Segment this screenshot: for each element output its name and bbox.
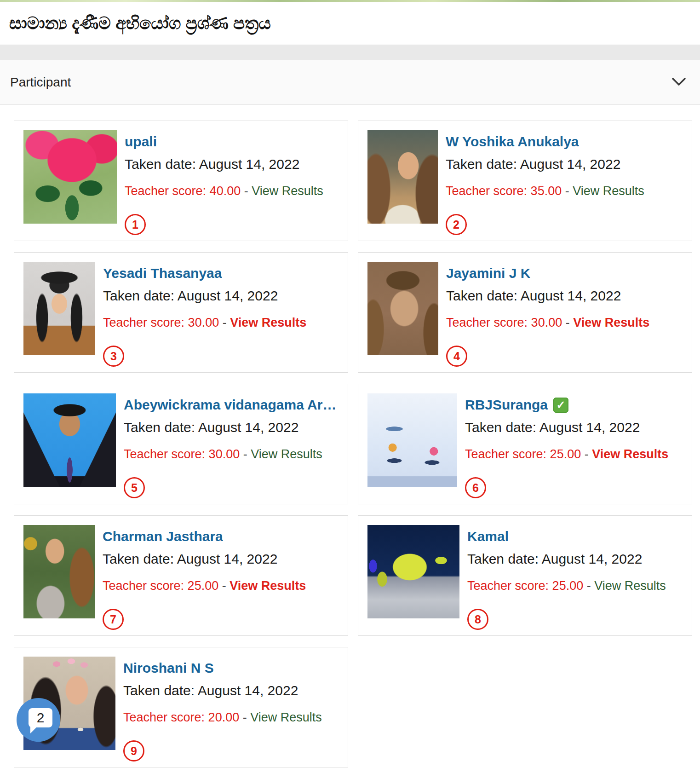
chat-unread-count: 2 bbox=[37, 710, 45, 726]
participant-name-row: upali bbox=[125, 133, 339, 150]
score-separator: - bbox=[223, 316, 227, 329]
view-results-link[interactable]: View Results bbox=[594, 579, 666, 593]
participant-name-link[interactable]: Yesadi Thasanyaa bbox=[103, 265, 222, 282]
teacher-score-value: 25.00 bbox=[552, 579, 584, 593]
teacher-score: Teacher score: 30.00 bbox=[124, 447, 240, 461]
score-separator: - bbox=[244, 184, 248, 198]
number-annotation: 9 bbox=[123, 740, 144, 761]
view-results-link[interactable]: View Results bbox=[230, 579, 306, 593]
score-separator: - bbox=[566, 316, 570, 329]
number-annotation: 6 bbox=[465, 477, 486, 498]
participant-card: Kamal Taken date: August 14, 2022 Teache… bbox=[358, 515, 692, 636]
taken-date-value: August 14, 2022 bbox=[520, 156, 621, 172]
view-results-link[interactable]: View Results bbox=[252, 184, 323, 198]
taken-date-value: August 14, 2022 bbox=[542, 551, 643, 566]
teacher-score-value: 20.00 bbox=[208, 710, 240, 724]
teacher-score-label: Teacher score: bbox=[103, 579, 184, 593]
teacher-score-value: 40.00 bbox=[210, 184, 241, 198]
teacher-score-line: Teacher score: 20.00 - View Results bbox=[123, 710, 339, 725]
taken-date-label: Taken date: bbox=[125, 156, 196, 172]
teacher-score-value: 30.00 bbox=[531, 316, 562, 329]
teacher-score-label: Teacher score: bbox=[125, 184, 206, 198]
teacher-score-label: Teacher score: bbox=[465, 447, 546, 461]
participant-photo[interactable] bbox=[23, 262, 95, 355]
participant-card: Niroshani N S Taken date: August 14, 202… bbox=[14, 647, 348, 767]
teacher-score-line: Teacher score: 25.00 - View Results bbox=[467, 579, 683, 593]
teacher-score-value: 25.00 bbox=[188, 579, 219, 593]
taken-date-label: Taken date: bbox=[465, 420, 536, 435]
participant-photo[interactable] bbox=[23, 393, 116, 487]
participant-info: RBJSuranga ✓ Taken date: August 14, 2022… bbox=[465, 393, 683, 498]
number-annotation: 3 bbox=[103, 346, 124, 367]
participant-info: upali Taken date: August 14, 2022 Teache… bbox=[125, 130, 339, 235]
participant-photo[interactable] bbox=[367, 130, 438, 224]
view-results-link[interactable]: View Results bbox=[250, 710, 322, 724]
teacher-score-value: 30.00 bbox=[209, 447, 240, 461]
score-separator: - bbox=[587, 579, 591, 593]
taken-date: Taken date: August 14, 2022 bbox=[446, 288, 683, 304]
participant-name-row: Charman Jasthara bbox=[103, 528, 339, 545]
participant-info: Niroshani N S Taken date: August 14, 202… bbox=[123, 657, 339, 761]
view-results-link[interactable]: View Results bbox=[251, 447, 322, 461]
number-annotation: 8 bbox=[467, 609, 488, 630]
participant-name-link[interactable]: Jayamini J K bbox=[446, 265, 530, 282]
number-annotation: 7 bbox=[103, 609, 124, 630]
participant-name-link[interactable]: RBJSuranga bbox=[465, 397, 548, 413]
participant-card: Abeywickrama vidanagama Arachchige Dona … bbox=[14, 384, 348, 504]
participant-info: Jayamini J K Taken date: August 14, 2022… bbox=[446, 262, 683, 367]
participant-photo[interactable] bbox=[367, 525, 459, 618]
teacher-score-line: Teacher score: 30.00 - View Results bbox=[103, 316, 339, 330]
participant-name-link[interactable]: W Yoshika Anukalya bbox=[446, 133, 579, 150]
taken-date-label: Taken date: bbox=[467, 551, 539, 566]
participant-photo[interactable] bbox=[23, 130, 117, 224]
chevron-down-icon[interactable] bbox=[671, 77, 686, 88]
gray-divider-band bbox=[0, 45, 700, 60]
view-results-link[interactable]: View Results bbox=[573, 184, 644, 198]
taken-date: Taken date: August 14, 2022 bbox=[465, 419, 683, 436]
view-results-link[interactable]: View Results bbox=[573, 316, 649, 329]
teacher-score-label: Teacher score: bbox=[446, 184, 527, 198]
cards-grid: upali Taken date: August 14, 2022 Teache… bbox=[0, 105, 700, 767]
participant-name-row: Jayamini J K bbox=[446, 265, 683, 282]
teacher-score-label: Teacher score: bbox=[103, 316, 184, 329]
score-separator: - bbox=[222, 579, 226, 593]
teacher-score: Teacher score: 35.00 bbox=[446, 184, 562, 198]
participant-info: Yesadi Thasanyaa Taken date: August 14, … bbox=[103, 262, 339, 367]
participant-card: W Yoshika Anukalya Taken date: August 14… bbox=[358, 121, 692, 241]
participant-photo[interactable] bbox=[367, 262, 438, 355]
teacher-score-line: Teacher score: 30.00 - View Results bbox=[124, 447, 339, 461]
participant-card: upali Taken date: August 14, 2022 Teache… bbox=[14, 121, 348, 241]
chat-bubble-icon: 2 bbox=[29, 708, 52, 727]
participant-info: Charman Jasthara Taken date: August 14, … bbox=[103, 525, 339, 630]
teacher-score: Teacher score: 40.00 bbox=[125, 184, 241, 198]
participant-photo[interactable] bbox=[367, 393, 457, 487]
taken-date-value: August 14, 2022 bbox=[198, 420, 299, 435]
participant-name-row: Yesadi Thasanyaa bbox=[103, 265, 339, 282]
teacher-score-line: Teacher score: 25.00 - View Results bbox=[465, 447, 683, 461]
participant-name-row: W Yoshika Anukalya bbox=[446, 133, 683, 150]
participant-name-link[interactable]: upali bbox=[125, 133, 157, 150]
teacher-score: Teacher score: 30.00 bbox=[446, 316, 562, 329]
participant-info: W Yoshika Anukalya Taken date: August 14… bbox=[446, 130, 683, 235]
view-results-link[interactable]: View Results bbox=[230, 316, 306, 329]
taken-date: Taken date: August 14, 2022 bbox=[467, 551, 683, 567]
section-participant-bar[interactable]: Participant bbox=[0, 60, 700, 105]
participant-name-link[interactable]: Abeywickrama vidanagama Arachchige Dona … bbox=[124, 397, 339, 413]
participant-name-row: RBJSuranga ✓ bbox=[465, 397, 683, 413]
verified-check-icon: ✓ bbox=[553, 398, 568, 413]
taken-date-label: Taken date: bbox=[124, 420, 195, 435]
chat-widget-button[interactable]: 2 bbox=[17, 698, 60, 742]
taken-date-value: August 14, 2022 bbox=[198, 683, 298, 698]
participant-photo[interactable] bbox=[23, 525, 95, 618]
taken-date-value: August 14, 2022 bbox=[177, 551, 278, 566]
score-separator: - bbox=[243, 447, 247, 461]
teacher-score-label: Teacher score: bbox=[123, 710, 205, 724]
participant-name-link[interactable]: Charman Jasthara bbox=[103, 528, 223, 545]
teacher-score-value: 25.00 bbox=[550, 447, 581, 461]
participant-name-link[interactable]: Niroshani N S bbox=[123, 660, 214, 676]
teacher-score-line: Teacher score: 25.00 - View Results bbox=[103, 579, 339, 593]
participant-name-link[interactable]: Kamal bbox=[467, 528, 509, 545]
view-results-link[interactable]: View Results bbox=[592, 447, 668, 461]
participant-name-row: Abeywickrama vidanagama Arachchige Dona … bbox=[124, 397, 339, 413]
page-title: සාමාන්‍ය දැණීම අභියෝග ප්‍රශ්ණ පත්‍රය bbox=[9, 14, 271, 33]
